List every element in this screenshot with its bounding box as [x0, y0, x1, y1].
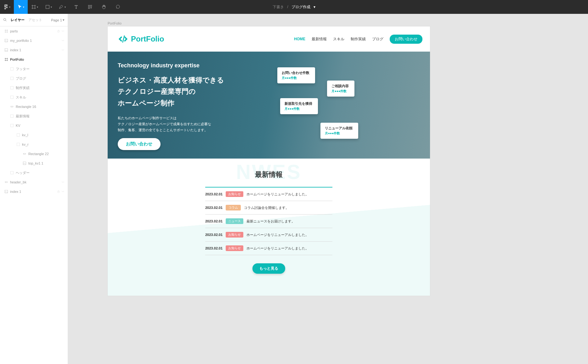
text-icon: [74, 4, 79, 9]
text-tool[interactable]: [69, 0, 83, 14]
breadcrumb-file: ブログ作成: [291, 4, 310, 10]
comment-tool[interactable]: [111, 0, 125, 14]
figma-icon: [3, 4, 8, 9]
chevron-down-icon: ▾: [314, 5, 315, 9]
resources-tool[interactable]: [83, 0, 97, 14]
svg-rect-0: [46, 5, 49, 9]
pen-tool[interactable]: ▾: [55, 0, 69, 14]
frame-tool[interactable]: ▾: [28, 0, 42, 14]
pen-icon: [59, 4, 64, 9]
rect-icon: [45, 4, 50, 9]
frame-icon: [31, 4, 36, 9]
shape-tool[interactable]: ▾: [42, 0, 55, 14]
resources-icon: [88, 4, 93, 9]
breadcrumb-sep: /: [287, 5, 288, 9]
comment-icon: [115, 4, 120, 9]
hand-icon: [101, 4, 106, 9]
app-toolbar: ▾ ▾ ▾ ▾ ▾ 下書き / ブログ作成 ▾: [0, 0, 588, 14]
breadcrumb[interactable]: 下書き / ブログ作成 ▾: [273, 4, 315, 10]
figma-menu[interactable]: ▾: [0, 0, 14, 14]
move-tool[interactable]: ▾: [14, 0, 28, 14]
cursor-icon: [17, 4, 22, 9]
hand-tool[interactable]: [97, 0, 111, 14]
breadcrumb-parent: 下書き: [273, 4, 284, 10]
